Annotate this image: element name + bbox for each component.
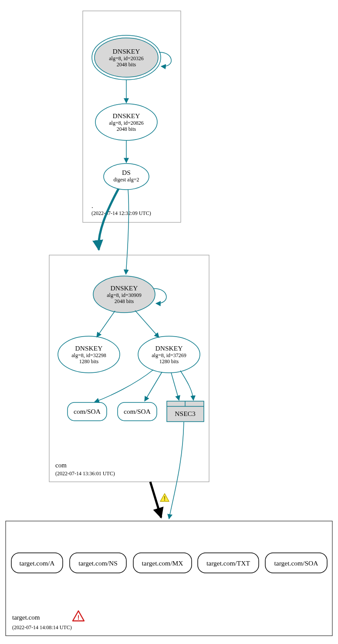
target-rr-mx: target.com/MX (133, 553, 192, 573)
com-soa-1: com/SOA (68, 402, 107, 421)
zone-target-time: (2022-07-14 14:08:14 UTC) (12, 624, 72, 630)
svg-text:2048 bits: 2048 bits (117, 61, 136, 68)
com-nsec3: NSEC3 (167, 401, 204, 422)
zone-root: . (2022-07-14 12:32:09 UTC) DNSKEY alg=8… (83, 11, 181, 222)
dnssec-graph: . (2022-07-14 12:32:09 UTC) DNSKEY alg=8… (0, 0, 338, 644)
svg-text:target.com/NS: target.com/NS (78, 559, 118, 567)
warning-icon: ! (160, 494, 169, 502)
edge-com-zsk2-soa2 (145, 372, 162, 401)
svg-text:alg=8, id=20326: alg=8, id=20326 (109, 55, 144, 61)
edge-com-nsec3-to-target (169, 422, 184, 519)
svg-text:DS: DS (122, 169, 131, 176)
zone-root-label: . (91, 202, 93, 209)
svg-text:DNSKEY: DNSKEY (111, 284, 138, 292)
svg-text:alg=8, id=37269: alg=8, id=37269 (152, 352, 186, 358)
edge-com-to-target-deleg (150, 482, 161, 518)
error-icon: ! (73, 611, 84, 621)
svg-text:alg=8, id=20826: alg=8, id=20826 (109, 120, 144, 126)
root-ksk: DNSKEY alg=8, id=20326 2048 bits (92, 35, 161, 80)
svg-text:DNSKEY: DNSKEY (113, 112, 140, 119)
edge-com-zsk2-soa1 (95, 370, 153, 402)
svg-text:com/SOA: com/SOA (74, 408, 101, 415)
target-rr-txt: target.com/TXT (198, 553, 259, 573)
svg-text:digest alg=2: digest alg=2 (113, 177, 139, 183)
svg-text:target.com/SOA: target.com/SOA (274, 559, 319, 567)
target-rr-soa: target.com/SOA (265, 553, 327, 573)
svg-text:1280 bits: 1280 bits (79, 358, 99, 365)
svg-text:alg=8, id=30909: alg=8, id=30909 (107, 292, 142, 298)
svg-text:target.com/A: target.com/A (19, 559, 55, 567)
svg-text:target.com/MX: target.com/MX (142, 559, 183, 567)
zone-com-label: com (55, 462, 67, 469)
root-ds: DS digest alg=2 (104, 164, 149, 190)
svg-text:!: ! (78, 614, 80, 621)
svg-text:DNSKEY: DNSKEY (113, 48, 140, 55)
zone-root-time: (2022-07-14 12:32:09 UTC) (91, 210, 151, 216)
zone-target-label: target.com (12, 614, 40, 621)
svg-text:com/SOA: com/SOA (124, 408, 151, 415)
svg-rect-36 (6, 521, 332, 636)
edge-root-ds-to-com-ksk (126, 190, 129, 274)
svg-text:NSEC3: NSEC3 (175, 410, 196, 417)
target-rr-ns: target.com/NS (70, 553, 126, 573)
edge-com-ksk-zsk2 (135, 310, 159, 337)
svg-text:2048 bits: 2048 bits (117, 126, 136, 132)
svg-text:1280 bits: 1280 bits (159, 358, 179, 365)
zone-com-time: (2022-07-14 13:36:01 UTC) (55, 470, 115, 477)
com-zsk-2: DNSKEY alg=8, id=37269 1280 bits (138, 336, 200, 373)
root-zsk: DNSKEY alg=8, id=20826 2048 bits (95, 104, 157, 140)
svg-text:2048 bits: 2048 bits (115, 298, 134, 304)
svg-text:DNSKEY: DNSKEY (75, 344, 103, 352)
svg-text:DNSKEY: DNSKEY (155, 344, 183, 352)
edge-root-to-com-deleg (98, 189, 118, 250)
target-rr-a: target.com/A (11, 553, 63, 573)
com-soa-2: com/SOA (118, 402, 157, 421)
com-ksk: DNSKEY alg=8, id=30909 2048 bits (93, 276, 155, 313)
zone-com: com (2022-07-14 13:36:01 UTC) DNSKEY alg… (49, 255, 209, 482)
edge-com-ksk-zsk1 (97, 311, 115, 337)
edge-com-zsk2-nsec3a (171, 373, 179, 400)
zone-target: target.com (2022-07-14 14:08:14 UTC) ! t… (6, 521, 332, 636)
svg-text:target.com/TXT: target.com/TXT (206, 559, 250, 567)
edge-com-ksk-self (154, 289, 166, 303)
svg-text:!: ! (164, 495, 166, 502)
svg-text:alg=8, id=32298: alg=8, id=32298 (71, 352, 106, 358)
com-zsk-1: DNSKEY alg=8, id=32298 1280 bits (58, 336, 120, 373)
edge-com-zsk2-nsec3b (180, 371, 193, 400)
